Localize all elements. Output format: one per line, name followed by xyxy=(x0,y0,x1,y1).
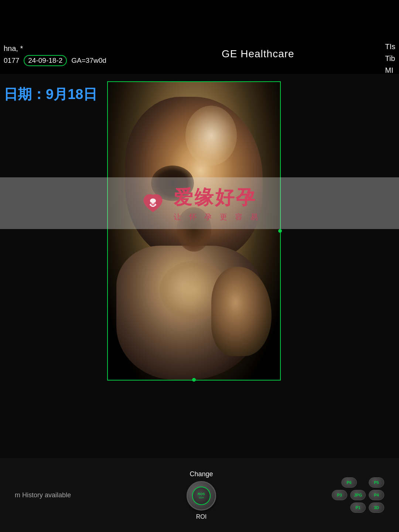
roi-knob[interactable]: ROS size xyxy=(187,481,216,511)
patient-id-partial: 0177 xyxy=(4,57,19,65)
top-bar: hna, * 0177 24-09-18-2 GA=37w0d GE Healt… xyxy=(0,0,399,74)
p3-button[interactable]: P3 xyxy=(332,490,347,500)
tis-info: TIs Tib MI xyxy=(385,41,395,76)
watermark-logo-icon xyxy=(138,188,168,218)
roi-size-text: size xyxy=(199,496,204,499)
mi-label: MI xyxy=(385,64,395,76)
patient-name: hna, * xyxy=(4,44,106,53)
fetus-forehead-highlight xyxy=(185,106,237,165)
watermark-overlay: 爱缘好孕 让 怀 孕 更 容 易 xyxy=(0,177,399,229)
p4-button[interactable]: P4 xyxy=(369,490,384,500)
patient-date-row: 0177 24-09-18-2 GA=37w0d xyxy=(4,55,106,66)
btn-row-top: P6 P5 xyxy=(341,477,384,488)
btn-row-middle: P3 JPG P4 xyxy=(332,490,384,500)
fetus-hand xyxy=(211,267,272,356)
ge-healthcare-brand: GE Healthcare xyxy=(222,48,294,60)
tis-label: TIs xyxy=(385,41,395,52)
watermark-slogan: 让 怀 孕 更 容 易 xyxy=(174,212,261,222)
svg-point-2 xyxy=(152,201,154,204)
p6-button[interactable]: P6 xyxy=(341,477,357,488)
ultrasound-image xyxy=(108,82,280,380)
watermark-brand-name: 爱缘好孕 xyxy=(174,185,256,211)
history-available-text: m History available xyxy=(15,491,71,499)
ga-text: GA=37w0d xyxy=(71,57,106,65)
date-overlay: 日期：9月18日 xyxy=(4,85,97,104)
watermark-text-block: 爱缘好孕 让 怀 孕 更 容 易 xyxy=(174,185,261,222)
roi-ros-text: ROS xyxy=(198,492,205,496)
corner-marker-bottom xyxy=(192,378,196,382)
p5-right-button[interactable]: P5 xyxy=(369,477,384,488)
corner-marker-right xyxy=(278,229,282,233)
jpg-button[interactable]: JPG xyxy=(350,490,366,500)
date-circled: 24-09-18-2 xyxy=(24,55,67,66)
roi-inner-circle: ROS size xyxy=(192,487,211,505)
bottom-control-bar: m History available Change ROS size ROI … xyxy=(0,458,399,532)
tib-label: Tib xyxy=(385,52,395,64)
right-preset-buttons: P6 P5 P3 JPG P4 P1 3D xyxy=(332,477,384,513)
roi-control-group: Change ROS size ROI xyxy=(187,470,216,520)
p1-button[interactable]: P1 xyxy=(350,502,366,513)
btn-row-bottom: P1 3D xyxy=(350,502,384,513)
roi-label: ROI xyxy=(196,514,207,520)
three-d-button[interactable]: 3D xyxy=(369,502,384,513)
patient-info: hna, * 0177 24-09-18-2 GA=37w0d xyxy=(4,44,106,66)
ultrasound-image-container xyxy=(107,81,281,381)
change-label: Change xyxy=(190,470,213,478)
ultrasound-screen: hna, * 0177 24-09-18-2 GA=37w0d GE Healt… xyxy=(0,0,399,532)
